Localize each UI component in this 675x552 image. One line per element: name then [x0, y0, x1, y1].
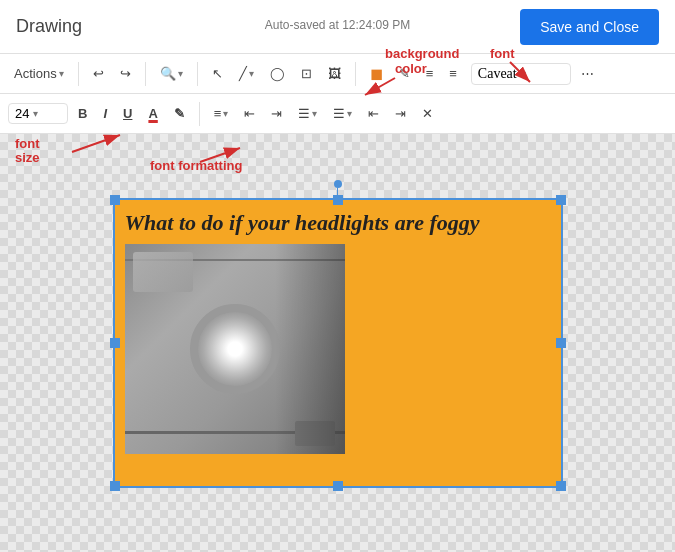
handle-bot-mid[interactable] [333, 481, 343, 491]
bold-icon: B [78, 106, 87, 121]
car-shadow [275, 244, 345, 454]
indent-less-icon: ⇤ [368, 106, 379, 121]
header: Drawing Auto-saved at 12:24:09 PM Save a… [0, 0, 675, 54]
line-button[interactable]: ╱ ▾ [233, 62, 260, 85]
separator2 [145, 62, 146, 86]
unordered-list-icon: ☰ [333, 106, 345, 121]
headlight-inner [210, 324, 260, 374]
increase-indent-button[interactable]: ⇥ [265, 102, 288, 125]
indent-less-button[interactable]: ⇤ [362, 102, 385, 125]
toolbar1: Actions ▾ ↩ ↪ 🔍 ▾ ↖ ╱ ▾ ◯ ⊡ 🖼 ◼ ✎ ≡ ≡ Ca… [0, 54, 675, 94]
fill-icon: ◼ [370, 64, 383, 83]
textbox-button[interactable]: ⊡ [295, 62, 318, 85]
undo-button[interactable]: ↩ [87, 62, 110, 85]
zoom-icon: 🔍 [160, 66, 176, 81]
image-icon: 🖼 [328, 66, 341, 81]
top-connect-line [337, 188, 338, 200]
handle-bot-right[interactable] [556, 481, 566, 491]
drawing-box[interactable]: What to do if your headlights are foggy [113, 198, 563, 488]
font-chevron: ▾ [521, 68, 526, 79]
separator3 [197, 62, 198, 86]
clear-format-icon: ✕ [422, 106, 433, 121]
ordered-list-button[interactable]: ☰ ▾ [292, 102, 323, 125]
canvas-area[interactable]: What to do if your headlights are foggy [0, 134, 675, 552]
zoom-button[interactable]: 🔍 ▾ [154, 62, 189, 85]
handle-mid-left[interactable] [110, 338, 120, 348]
actions-button[interactable]: Actions ▾ [8, 62, 70, 85]
indent-more-button[interactable]: ⇥ [389, 102, 412, 125]
font-name: Caveat [478, 66, 517, 82]
headlight-ring [190, 304, 280, 394]
clear-format-button[interactable]: ✕ [416, 102, 439, 125]
actions-chevron: ▾ [59, 68, 64, 79]
shape-icon: ◯ [270, 66, 285, 81]
text-align-icon: ≡ [214, 106, 222, 121]
italic-button[interactable]: I [97, 102, 113, 125]
more-icon: ⋯ [581, 66, 594, 81]
car-body [125, 244, 345, 454]
toolbar2: 24 ▾ B I U A ✎ ≡ ▾ ⇤ ⇥ ☰ ▾ ☰ ▾ ⇤ ⇥ ✕ [0, 94, 675, 134]
italic-icon: I [103, 106, 107, 121]
indent-more-icon: ⇥ [395, 106, 406, 121]
select-button[interactable]: ↖ [206, 62, 229, 85]
align-chevron: ▾ [223, 108, 228, 119]
autosave-text: Auto-saved at 12:24:09 PM [265, 18, 410, 32]
increase-indent-icon: ⇥ [271, 106, 282, 121]
car-detail1 [133, 252, 193, 292]
text-align-button[interactable]: ≡ ▾ [208, 102, 235, 125]
image-button[interactable]: 🖼 [322, 62, 347, 85]
drawing-title: What to do if your headlights are foggy [125, 210, 551, 236]
pencil-icon: ✎ [399, 66, 410, 81]
bg-color-button[interactable]: ◼ [364, 60, 389, 87]
font-size-value: 24 [15, 106, 29, 121]
handle-top-left[interactable] [110, 195, 120, 205]
textbox-icon: ⊡ [301, 66, 312, 81]
underline-icon: U [123, 106, 132, 121]
align-left-button[interactable]: ≡ [420, 62, 440, 85]
redo-icon: ↪ [120, 66, 131, 81]
shape-button[interactable]: ◯ [264, 62, 291, 85]
align-center-icon: ≡ [449, 66, 457, 81]
unordered-list-button[interactable]: ☰ ▾ [327, 102, 358, 125]
ul-chevron: ▾ [347, 108, 352, 119]
decrease-indent-icon: ⇤ [244, 106, 255, 121]
car-image [125, 244, 345, 454]
handle-mid-right[interactable] [556, 338, 566, 348]
font-size-selector[interactable]: 24 ▾ [8, 103, 68, 124]
separator4 [355, 62, 356, 86]
bold-button[interactable]: B [72, 102, 93, 125]
app-title: Drawing [16, 16, 82, 37]
highlight-icon: ✎ [174, 106, 185, 121]
ordered-list-icon: ☰ [298, 106, 310, 121]
cursor-icon: ↖ [212, 66, 223, 81]
undo-icon: ↩ [93, 66, 104, 81]
align-center-button[interactable]: ≡ [443, 62, 463, 85]
decrease-indent-button[interactable]: ⇤ [238, 102, 261, 125]
ol-chevron: ▾ [312, 108, 317, 119]
align-left-icon: ≡ [426, 66, 434, 81]
line-chevron: ▾ [249, 68, 254, 79]
top-connect-dot[interactable] [334, 180, 342, 188]
actions-label: Actions [14, 66, 57, 81]
font-color-button[interactable]: A [142, 102, 163, 125]
handle-top-right[interactable] [556, 195, 566, 205]
font-selector[interactable]: Caveat ▾ [471, 63, 571, 85]
border-color-button[interactable]: ✎ [393, 62, 416, 85]
font-size-chevron: ▾ [33, 108, 38, 119]
save-close-button[interactable]: Save and Close [520, 9, 659, 45]
line-icon: ╱ [239, 66, 247, 81]
zoom-chevron: ▾ [178, 68, 183, 79]
redo-button[interactable]: ↪ [114, 62, 137, 85]
separator5 [199, 102, 200, 126]
separator [78, 62, 79, 86]
highlight-button[interactable]: ✎ [168, 102, 191, 125]
more-options-button[interactable]: ⋯ [575, 62, 600, 85]
handle-bot-left[interactable] [110, 481, 120, 491]
underline-button[interactable]: U [117, 102, 138, 125]
font-color-icon: A [148, 106, 157, 121]
